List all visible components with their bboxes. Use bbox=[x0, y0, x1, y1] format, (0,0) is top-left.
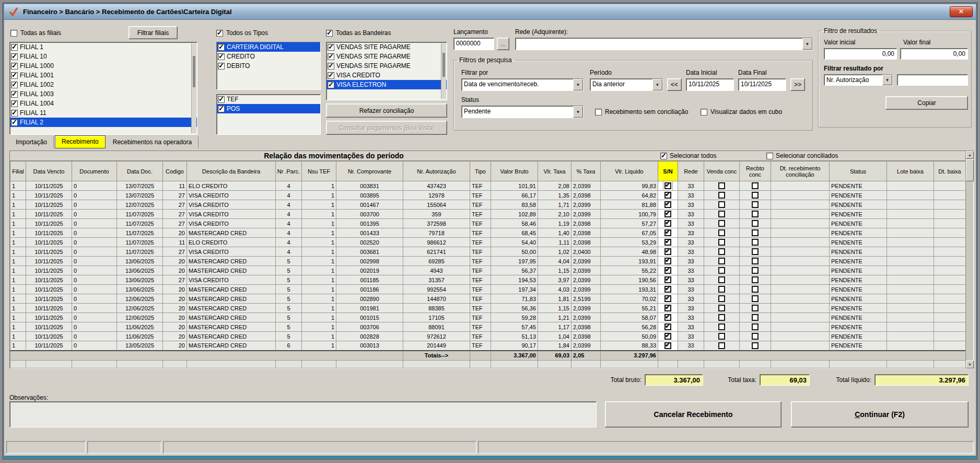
cell[interactable]: 2,10 bbox=[538, 210, 571, 219]
cell[interactable]: 70,02 bbox=[601, 294, 658, 304]
cell[interactable]: 79718 bbox=[403, 228, 470, 238]
cell[interactable]: 12/06/2025 bbox=[117, 294, 163, 304]
cell[interactable] bbox=[934, 285, 966, 294]
item-checkbox-icon[interactable] bbox=[11, 63, 18, 70]
cell-sn[interactable] bbox=[658, 191, 678, 200]
cell[interactable] bbox=[887, 181, 934, 191]
cell-sn[interactable] bbox=[658, 200, 678, 210]
cell[interactable] bbox=[887, 275, 934, 285]
venda-conc-checkbox-icon[interactable] bbox=[718, 323, 725, 330]
observacoes-input[interactable] bbox=[9, 401, 597, 427]
cell[interactable] bbox=[934, 313, 966, 322]
cell[interactable]: 1,15 bbox=[538, 304, 571, 313]
cell[interactable]: 88385 bbox=[403, 304, 470, 313]
cell[interactable]: 4 bbox=[276, 228, 302, 238]
venda-conc-checkbox-icon[interactable] bbox=[718, 192, 725, 199]
cell-rede[interactable]: 33 bbox=[678, 322, 704, 332]
todas-bandeiras-checkbox[interactable]: Todas as Bandeiras bbox=[326, 29, 391, 37]
cell[interactable] bbox=[934, 341, 966, 351]
checkbox-icon[interactable] bbox=[595, 109, 602, 115]
cell[interactable]: 0 bbox=[72, 322, 117, 332]
cell[interactable]: 359 bbox=[403, 210, 470, 219]
cell[interactable]: 002998 bbox=[336, 257, 403, 266]
cell-sn[interactable] bbox=[658, 266, 678, 275]
cell[interactable]: 0 bbox=[72, 257, 117, 266]
cell[interactable]: 4 bbox=[276, 210, 302, 219]
grid-row[interactable]: 110/11/2025011/06/202520MASTERCARD CRED5… bbox=[10, 332, 966, 341]
cell-sn[interactable] bbox=[658, 210, 678, 219]
grid-row[interactable]: 110/11/2025013/06/202520MASTERCARD CRED5… bbox=[10, 257, 966, 266]
grid-row[interactable]: 110/11/2025011/06/202520MASTERCARD CRED5… bbox=[10, 322, 966, 332]
cell[interactable]: 0 bbox=[72, 275, 117, 285]
cell[interactable]: 194,53 bbox=[491, 275, 538, 285]
cell-sn[interactable] bbox=[658, 219, 678, 228]
filial-list-item[interactable]: FILIAL 1004 bbox=[10, 99, 197, 108]
venda-conc-checkbox-icon[interactable] bbox=[718, 314, 725, 321]
checkbox-icon[interactable] bbox=[660, 153, 667, 159]
cell[interactable]: 58,07 bbox=[601, 313, 658, 322]
cell[interactable]: 1 bbox=[10, 257, 26, 266]
todos-tipos-checkbox[interactable]: Todos os Tipos bbox=[216, 29, 268, 37]
bandeira-list-item[interactable]: VENDAS SITE PAGARME bbox=[326, 61, 447, 71]
cell[interactable]: 27 bbox=[163, 191, 187, 200]
cell[interactable]: VISA CREDITO bbox=[187, 247, 276, 257]
cell[interactable]: 1 bbox=[10, 219, 26, 228]
cell-rede[interactable]: 33 bbox=[678, 294, 704, 304]
cell[interactable]: 1 bbox=[10, 210, 26, 219]
cell-recbto-conc[interactable] bbox=[740, 294, 771, 304]
cell-venda-conc[interactable] bbox=[704, 304, 740, 313]
cell[interactable]: MASTERCARD CRED bbox=[187, 341, 276, 351]
cell[interactable]: 10/11/2025 bbox=[26, 313, 72, 322]
cell[interactable]: 0 bbox=[72, 285, 117, 294]
cell[interactable]: TEF bbox=[470, 332, 491, 341]
cell[interactable]: MASTERCARD CRED bbox=[187, 266, 276, 275]
consultar-pagamentos-button[interactable]: Consultar pagamentos (Boa Vista) bbox=[326, 121, 447, 135]
filial-list-item[interactable]: FILIAL 1000 bbox=[10, 61, 197, 71]
cell[interactable]: 12978 bbox=[403, 191, 470, 200]
filtrar-resultado-select[interactable]: Nr. Autorização ▼ bbox=[824, 74, 893, 86]
cell[interactable]: 1 bbox=[10, 191, 26, 200]
cell[interactable]: 4 bbox=[276, 238, 302, 247]
cell[interactable]: 001015 bbox=[336, 313, 403, 322]
cell[interactable]: 13/07/2025 bbox=[117, 191, 163, 200]
cell[interactable]: 1 bbox=[302, 181, 336, 191]
cell[interactable] bbox=[887, 332, 934, 341]
cell[interactable]: 20 bbox=[163, 313, 187, 322]
status-select[interactable]: Pendente ▼ bbox=[461, 106, 584, 118]
data-final-input[interactable]: 10/11/2025 bbox=[738, 78, 786, 91]
chevron-down-icon[interactable]: ▼ bbox=[573, 79, 583, 90]
cell[interactable]: 003013 bbox=[336, 341, 403, 351]
lancamento-input[interactable]: 0000000 bbox=[453, 38, 494, 50]
cell[interactable]: 1 bbox=[302, 228, 336, 238]
cell[interactable] bbox=[934, 332, 966, 341]
cell[interactable]: 4,04 bbox=[538, 257, 571, 266]
cell-rede[interactable]: 33 bbox=[678, 341, 704, 351]
cell[interactable]: 1 bbox=[10, 228, 26, 238]
filiais-list[interactable]: FILIAL 1FILIAL 10FILIAL 1000FILIAL 1001F… bbox=[9, 42, 197, 135]
cell[interactable]: 20 bbox=[163, 257, 187, 266]
cell[interactable]: 56,37 bbox=[491, 266, 538, 275]
item-checkbox-icon[interactable] bbox=[11, 53, 18, 60]
sn-checkbox-icon[interactable] bbox=[664, 201, 671, 208]
cell-rede[interactable]: 33 bbox=[678, 266, 704, 275]
sn-checkbox-icon[interactable] bbox=[664, 314, 671, 321]
cell[interactable]: 2,0398 bbox=[571, 219, 601, 228]
cell[interactable]: 10/11/2025 bbox=[26, 341, 72, 351]
cell[interactable]: 12/06/2025 bbox=[117, 313, 163, 322]
cell[interactable]: 0 bbox=[72, 210, 117, 219]
cell[interactable]: 155064 bbox=[403, 200, 470, 210]
cell[interactable]: ELO CREDITO bbox=[187, 181, 276, 191]
cell[interactable]: 1 bbox=[302, 238, 336, 247]
recbto-conc-checkbox-icon[interactable] bbox=[752, 295, 759, 302]
cell[interactable] bbox=[771, 257, 830, 266]
cell[interactable]: 1 bbox=[302, 200, 336, 210]
tab-recebimentos-operadora[interactable]: Recebimentos na operadora bbox=[107, 136, 199, 148]
cell[interactable]: 10/11/2025 bbox=[26, 200, 72, 210]
venda-conc-checkbox-icon[interactable] bbox=[718, 333, 725, 340]
item-checkbox-icon[interactable] bbox=[218, 96, 225, 103]
cell[interactable] bbox=[771, 332, 830, 341]
cell[interactable]: 48,98 bbox=[601, 247, 658, 257]
sn-checkbox-icon[interactable] bbox=[664, 182, 671, 189]
filtrar-por-select[interactable]: Data de vencimento/receb. ▼ bbox=[461, 78, 584, 91]
cell[interactable]: 1,11 bbox=[538, 238, 571, 247]
